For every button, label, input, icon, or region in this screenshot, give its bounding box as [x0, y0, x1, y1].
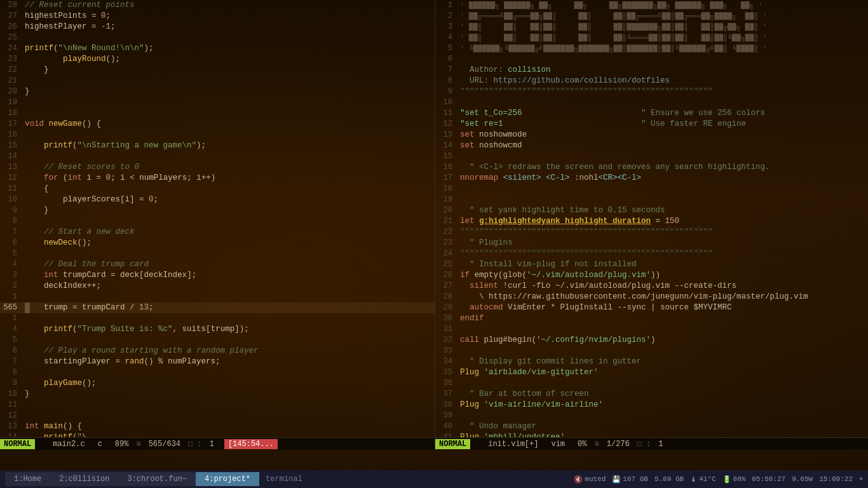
vim-mode-right: NORMAL: [435, 439, 470, 449]
table-row: 19: [435, 194, 868, 205]
table-row: 12: [0, 410, 435, 421]
status-time: 05:56:27: [752, 475, 785, 483]
table-row: 38 Plug 'vim-airline/vim-airline': [435, 400, 868, 410]
table-row: 8: [0, 216, 435, 227]
table-row: 26 highestPlayer = -1;: [0, 22, 435, 32]
editor-right-content[interactable]: 1 ' ██████╗ ██████╗ ██╗ ██╗ ██╗███████╗█…: [435, 0, 868, 437]
statusline-col-left: 1: [207, 440, 217, 449]
table-row: 25 " Install vim-plug if not installed: [435, 259, 868, 270]
table-row: 1: [0, 292, 435, 302]
statusline-right: NORMAL init.vim[+] vim 0% ≡ 1/276 □ : 1: [435, 437, 868, 450]
statusline-filetype-left: c: [93, 440, 107, 449]
table-row: 6: [435, 54, 868, 65]
table-row: 39: [435, 410, 868, 421]
tab-chroot[interactable]: 3:chroot.fun~: [118, 472, 196, 486]
table-row: 10 playerScores[i] = 0;: [0, 194, 435, 205]
table-row: 3 int trumpCard = deck[deckIndex];: [0, 270, 435, 281]
statusline-percent-left: 89%: [112, 440, 132, 449]
main-container: 28 // Reset current points 27 highestPoi…: [0, 0, 868, 488]
table-row: 11 {: [0, 184, 435, 194]
editors-area: 28 // Reset current points 27 highestPoi…: [0, 0, 868, 470]
table-row: 4 ' ██║ ██║ ██║██║ ██║ ██║╚════██║██║██║…: [435, 32, 868, 43]
status-battery: 🔋 80%: [722, 475, 746, 484]
table-row: 37 " Bar at bottom of screen: [435, 389, 868, 400]
table-row: 1 ' ██████╗ ██████╗ ██╗ ██╗ ██╗███████╗█…: [435, 0, 868, 11]
table-row: 32 call plug#begin('~/.config/nvim/plugi…: [435, 335, 868, 346]
statusline-pos-right: 1/276: [604, 440, 632, 449]
table-row: 4 // Deal the trump card: [0, 259, 435, 270]
status-bluetooth-icon: ⌖: [859, 475, 863, 483]
table-row: 5: [0, 248, 435, 259]
tab-c0llision[interactable]: 2:c0llision: [50, 472, 118, 486]
table-row: 12 for (int i = 0; i < numPlayers; i++): [0, 173, 435, 184]
table-row: 13 // Reset scores to 0: [0, 162, 435, 173]
editor-left: 28 // Reset current points 27 highestPoi…: [0, 0, 435, 450]
editor-left-content[interactable]: 28 // Reset current points 27 highestPoi…: [0, 0, 435, 437]
table-row: 27 silent !curl -fLo ~/.vim/autoload/plu…: [435, 281, 868, 292]
table-row: 10: [435, 97, 868, 108]
table-row: 18: [0, 108, 435, 119]
status-disk2: 5.89 GB: [654, 475, 684, 483]
table-row: 33: [435, 346, 868, 356]
table-row: 5 ' ╚██████╗╚██████╔╝███████╗███████╗██║…: [435, 43, 868, 54]
statusline-filetype-right: vim: [546, 440, 570, 449]
status-power: 9.65W: [792, 475, 813, 483]
tab-project[interactable]: 4:project*: [196, 472, 259, 486]
table-row: 26 if empty(glob('~/.vim/autoload/plug.v…: [435, 270, 868, 281]
table-row: 6 newDeck();: [0, 238, 435, 248]
table-row: 19: [0, 97, 435, 108]
statusline-filename-right: init.vim[+]: [485, 440, 541, 449]
table-row: 22 """""""""""""""""""""""""""""""""""""…: [435, 227, 868, 238]
table-row: 29 autocmd VimEnter * PlugInstall --sync…: [435, 302, 868, 313]
table-row: 25: [0, 32, 435, 43]
statusline-left: NORMAL main2.c c 89% ≡ 565/634 □ : 1 [14…: [0, 437, 435, 450]
table-row: 40 " Undo manager: [435, 421, 868, 432]
table-row: 1: [0, 313, 435, 324]
table-row: 21 let g:highlightedyank_highlight_durat…: [435, 216, 868, 227]
table-row: 30 endif: [435, 313, 868, 324]
table-row: 11: [0, 400, 435, 410]
statusline-percent-right: 0%: [575, 440, 589, 449]
table-row: 36: [435, 378, 868, 389]
table-row: 2 ' ██╔════╝██╔═══██╗██║ ██║ ██║██╔════╝…: [435, 11, 868, 22]
table-row: 6 // Play a round starting with a random…: [0, 346, 435, 356]
table-row: 2 deckIndex++;: [0, 281, 435, 292]
table-row: 28 \ https://raw.githubusercontent.com/j…: [435, 292, 868, 302]
table-row: 14: [0, 151, 435, 162]
current-code-line: 565 trump = trumpCard / 13;: [0, 302, 435, 313]
table-row: 23 " Plugins: [435, 238, 868, 248]
table-row: 21: [0, 76, 435, 86]
table-row: 23 playRound();: [0, 54, 435, 65]
table-row: 17 nnoremap <silent> <C-l> :nohl<CR><C-l…: [435, 173, 868, 184]
table-row: 34 " Display git commit lines in gutter: [435, 356, 868, 367]
table-row: 16: [0, 130, 435, 140]
table-row: 7 Author: collision: [435, 65, 868, 76]
table-row: 15 printf("\nStarting a new game\n");: [0, 140, 435, 151]
table-row: 18: [435, 184, 868, 194]
terminal-label: terminal: [259, 475, 309, 484]
status-muted: 🔇 muted: [574, 475, 606, 484]
table-row: 3 ' ██║ ██║ ██║██║ ██║ ██║███████╗██║██║…: [435, 22, 868, 32]
status-right-bar: 🔇 muted 💾 167 GB 5.89 GB 🌡 41°C 🔋 80% 05…: [574, 475, 863, 484]
code-lines-right: 1 ' ██████╗ ██████╗ ██╗ ██╗ ██╗███████╗█…: [435, 0, 868, 437]
table-row: 12 "set re=1 " Use faster RE engine: [435, 119, 868, 130]
table-row: 17 void newGame() {: [0, 119, 435, 130]
table-row: 7 startingPlayer = rand() % numPlayers;: [0, 356, 435, 367]
table-row: 24 printf("\nNew Round!\n\n");: [0, 43, 435, 54]
table-row: 8 URL: https://github.com/collision/dotf…: [435, 76, 868, 86]
table-row: 13 set noshowmode: [435, 130, 868, 140]
status-disk1: 💾 167 GB: [612, 475, 648, 484]
table-row: 20 " set yank highlight time to 0.15 sec…: [435, 205, 868, 216]
tab-home[interactable]: 1:Home: [5, 472, 50, 486]
editor-right: 1 ' ██████╗ ██████╗ ██╗ ██╗ ██╗███████╗█…: [435, 0, 868, 450]
table-row: 35 Plug 'airblade/vim-gitgutter': [435, 367, 868, 378]
table-row: 28 // Reset current points: [0, 0, 435, 11]
statusline-col-right: 1: [656, 440, 665, 449]
table-row: 14 printf("\: [0, 432, 435, 437]
table-row: 9 playGame();: [0, 378, 435, 389]
table-row: 4 printf("Trump Suite is: %c", suits[tru…: [0, 324, 435, 335]
table-row: 9 """"""""""""""""""""""""""""""""""""""…: [435, 86, 868, 97]
table-row: 5: [0, 335, 435, 346]
table-row: 31: [435, 324, 868, 335]
table-row: 22 }: [0, 65, 435, 76]
